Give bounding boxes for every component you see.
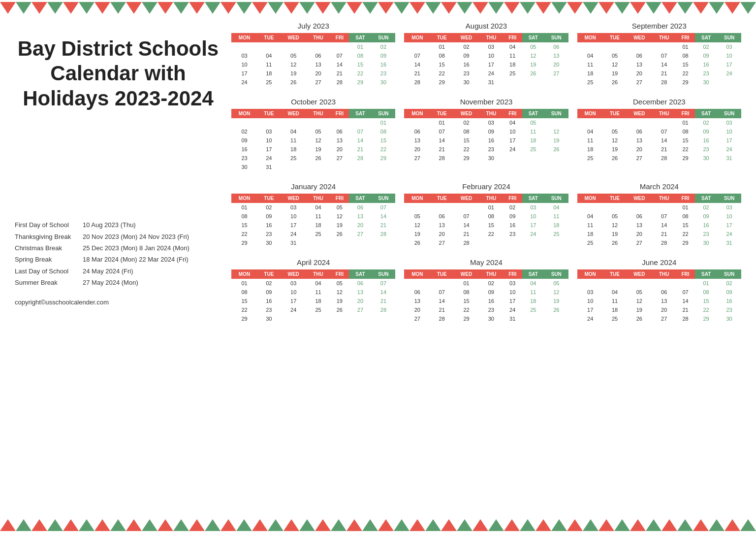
calendar-day [281, 163, 307, 171]
calendar-day: 08 [372, 127, 396, 136]
month-calendar: February 2024MONTUEWEDTHUFRISATSUN010203… [404, 182, 568, 247]
calendar-day: 27 [404, 154, 430, 163]
calendar-day: 04 [503, 42, 522, 51]
calendar-day: 10 [503, 127, 522, 136]
calendar-day: 24 [281, 230, 307, 238]
calendar-day: 08 [231, 288, 257, 297]
left-panel: Bay District Schools Calendar with Holid… [15, 22, 221, 323]
calendar-day: 03 [717, 118, 741, 127]
calendar-day: 25 [257, 78, 281, 87]
calendar-day: 01 [676, 42, 695, 51]
calendar-day [404, 42, 430, 51]
calendar-table: MONTUEWEDTHUFRISATSUN0102030405060708091… [577, 194, 741, 247]
calendar-day: 09 [695, 51, 717, 60]
calendar-day: 18 [307, 221, 330, 230]
day-header: FRI [330, 194, 349, 203]
day-header: SAT [522, 194, 544, 203]
calendar-day: 28 [676, 314, 695, 323]
calendar-day: 27 [404, 314, 430, 323]
calendar-day: 28 [330, 78, 349, 87]
calendar-day: 14 [652, 221, 676, 230]
calendar-day: 18 [257, 69, 281, 78]
day-header: MON [231, 33, 257, 42]
day-header: FRI [330, 269, 349, 279]
calendar-day: 14 [372, 212, 396, 221]
calendar-day: 26 [626, 314, 652, 323]
calendar-day: 22 [479, 230, 503, 238]
month-calendar: July 2023MONTUEWEDTHUFRISATSUN0102030405… [231, 22, 395, 87]
month-calendar: January 2024MONTUEWEDTHUFRISATSUN0102030… [231, 182, 395, 247]
calendar-day: 11 [577, 136, 603, 145]
calendar-day: 19 [330, 221, 349, 230]
day-header: SUN [717, 109, 741, 118]
day-header: THU [307, 269, 330, 279]
calendar-day: 15 [453, 297, 479, 305]
calendar-day: 16 [231, 145, 257, 154]
calendar-day: 01 [676, 203, 695, 212]
calendar-day: 07 [404, 51, 430, 60]
calendar-day: 09 [453, 51, 479, 60]
calendar-day: 01 [695, 279, 717, 288]
calendar-day: 30 [453, 78, 479, 87]
calendar-day: 10 [717, 212, 741, 221]
calendar-day: 10 [257, 136, 281, 145]
calendar-day: 11 [281, 136, 307, 145]
month-calendar: October 2023MONTUEWEDTHUFRISATSUN0102030… [231, 98, 395, 171]
calendar-day [281, 42, 307, 51]
calendar-day: 11 [503, 51, 522, 60]
calendar-day: 07 [330, 51, 349, 60]
calendar-day: 05 [603, 127, 627, 136]
calendar-day: 14 [453, 221, 479, 230]
day-header: SUN [372, 269, 396, 279]
calendar-day: 27 [626, 238, 652, 247]
holiday-value: 24 May 2024 (Fri) [83, 266, 133, 277]
holiday-value: 10 Aug 2023 (Thu) [83, 219, 136, 231]
calendar-day: 12 [522, 51, 544, 60]
calendar-day: 17 [577, 305, 603, 314]
calendar-day: 07 [676, 288, 695, 297]
calendar-day: 06 [404, 127, 430, 136]
calendar-day: 28 [652, 154, 676, 163]
calendar-day: 31 [479, 78, 503, 87]
calendar-day: 02 [695, 42, 717, 51]
calendar-day: 03 [231, 51, 257, 60]
day-header: SAT [522, 269, 544, 279]
calendar-day: 24 [717, 145, 741, 154]
day-header: MON [577, 109, 603, 118]
calendar-day: 16 [257, 297, 281, 305]
calendar-day [231, 42, 257, 51]
calendar-day: 30 [695, 78, 717, 87]
calendar-day: 18 [544, 221, 568, 230]
calendar-table: MONTUEWEDTHUFRISATSUN0102030405060708091… [231, 109, 395, 171]
holiday-value: 27 May 2024 (Mon) [83, 277, 138, 288]
calendar-day [307, 118, 330, 127]
calendar-day: 02 [257, 203, 281, 212]
calendar-day: 16 [717, 297, 741, 305]
calendar-day: 24 [479, 69, 503, 78]
day-header: WED [453, 194, 479, 203]
calendar-day: 11 [577, 60, 603, 69]
calendar-day: 21 [430, 305, 453, 314]
day-header: WED [281, 194, 307, 203]
calendar-day [404, 203, 430, 212]
calendar-day: 05 [522, 42, 544, 51]
top-border [0, 0, 756, 16]
calendar-day: 03 [503, 279, 522, 288]
calendar-day: 01 [430, 42, 453, 51]
calendar-day: 03 [717, 42, 741, 51]
calendar-day: 11 [307, 212, 330, 221]
calendar-day: 04 [522, 279, 544, 288]
day-header: THU [307, 33, 330, 42]
calendar-day: 13 [404, 136, 430, 145]
calendar-day: 25 [307, 305, 330, 314]
calendar-day: 06 [349, 203, 371, 212]
calendar-day: 13 [626, 60, 652, 69]
calendar-day [503, 78, 522, 87]
calendar-day [231, 118, 257, 127]
calendar-day: 17 [717, 60, 741, 69]
calendar-day: 09 [717, 288, 741, 297]
calendar-day: 21 [430, 145, 453, 154]
calendar-day: 23 [695, 145, 717, 154]
calendar-day: 27 [430, 238, 453, 247]
calendar-day: 02 [717, 279, 741, 288]
